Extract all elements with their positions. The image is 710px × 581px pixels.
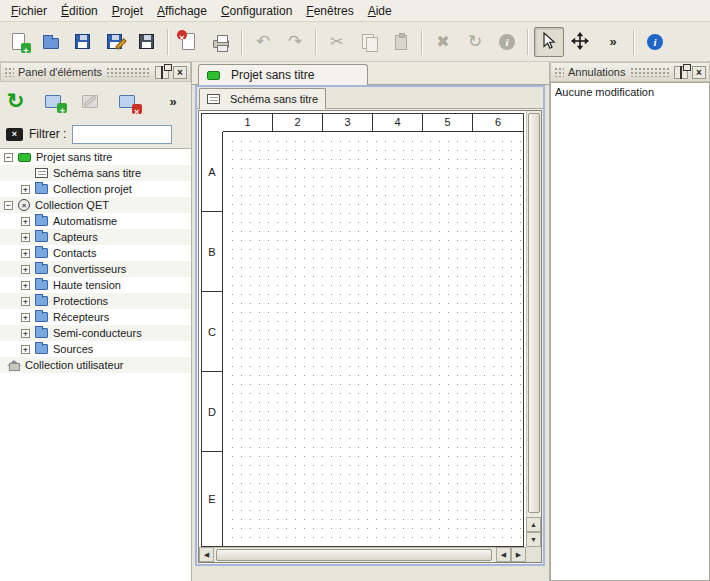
save-all-button[interactable] — [132, 27, 162, 57]
rotate-button[interactable]: ↻ — [460, 27, 490, 57]
expand-toggle-icon[interactable]: + — [21, 217, 30, 226]
tree-item-label: Collection QET — [35, 199, 109, 211]
schema-icon — [35, 168, 48, 178]
tree-item-collection-qet[interactable]: − × Collection QET — [0, 197, 191, 213]
menu-aide[interactable]: Aide — [361, 1, 399, 21]
toolbar-overflow-button[interactable]: » — [598, 27, 628, 57]
tree-item-label: Automatisme — [53, 215, 117, 227]
tree-item-capteurs[interactable]: + Capteurs — [0, 229, 191, 245]
float-panel-button[interactable] — [674, 66, 688, 79]
edit-element-button[interactable] — [77, 86, 105, 116]
undo-history-list[interactable]: Aucune modification — [550, 82, 710, 581]
project-tab[interactable]: Projet sans titre — [198, 64, 368, 85]
schema-icon — [207, 94, 220, 104]
tree-item-project[interactable]: − Projet sans titre — [0, 149, 191, 165]
move-arrows-icon — [571, 32, 591, 52]
tree-item-collection-projet[interactable]: + Collection projet — [0, 181, 191, 197]
horizontal-scrollbar[interactable]: ◀ ◀ ▶ — [199, 547, 526, 562]
expand-toggle-icon[interactable]: + — [21, 297, 30, 306]
vertical-scrollbar[interactable]: ▲ ▼ — [526, 111, 541, 547]
vertical-scrollbar-thumb[interactable] — [528, 113, 540, 513]
expand-toggle-icon[interactable]: + — [21, 185, 30, 194]
menu-fenetres[interactable]: Fenêtres — [299, 1, 360, 21]
tree-item-label: Schéma sans titre — [53, 167, 141, 179]
project-subwindow: Schéma sans titre 1 2 3 4 5 6 — [195, 85, 545, 566]
scrollbar-corner — [526, 547, 541, 562]
menu-projet[interactable]: Projet — [105, 1, 150, 21]
tree-item-contacts[interactable]: + Contacts — [0, 245, 191, 261]
copy-button[interactable] — [354, 27, 384, 57]
new-element-button[interactable] — [41, 86, 69, 116]
tree-item-recepteurs[interactable]: + Récepteurs — [0, 309, 191, 325]
menu-configuration[interactable]: Configuration — [214, 1, 299, 21]
tree-item-automatisme[interactable]: + Automatisme — [0, 213, 191, 229]
horizontal-scrollbar-thumb[interactable] — [216, 549, 492, 561]
expand-toggle-icon[interactable]: + — [21, 313, 30, 322]
diagram-viewport[interactable]: 1 2 3 4 5 6 A B C D E — [199, 111, 526, 547]
dock-grip — [106, 67, 151, 77]
open-project-button[interactable] — [36, 27, 66, 57]
delete-element-button[interactable] — [114, 86, 142, 116]
tree-item-schema[interactable]: Schéma sans titre — [0, 165, 191, 181]
redo-button[interactable]: ↷ — [280, 27, 310, 57]
paste-button[interactable] — [386, 27, 416, 57]
scroll-down-button[interactable]: ▼ — [526, 532, 541, 547]
elements-panel-title: Panel d'éléments — [18, 66, 102, 78]
filter-input[interactable] — [72, 125, 172, 144]
tree-item-protections[interactable]: + Protections — [0, 293, 191, 309]
save-all-icon — [137, 32, 157, 52]
save-as-button[interactable] — [100, 27, 130, 57]
undo-button[interactable]: ↶ — [248, 27, 278, 57]
expand-toggle-icon[interactable]: + — [21, 265, 30, 274]
scroll-right-button[interactable]: ▶ — [511, 547, 526, 562]
toolbar-separator — [633, 29, 635, 55]
tree-item-sources[interactable]: + Sources — [0, 341, 191, 357]
menu-fichier[interactable]: Fichier — [4, 1, 54, 21]
tree-item-convertisseurs[interactable]: + Convertisseurs — [0, 261, 191, 277]
tree-item-semi-conducteurs[interactable]: + Semi-conducteurs — [0, 325, 191, 341]
expand-toggle-icon[interactable]: + — [21, 249, 30, 258]
tree-item-label: Protections — [53, 295, 108, 307]
element-info-button[interactable]: i — [492, 27, 522, 57]
elements-panel-titlebar[interactable]: Panel d'éléments × — [0, 62, 191, 82]
schema-tab[interactable]: Schéma sans titre — [199, 88, 326, 109]
menu-affichage[interactable]: Affichage — [150, 1, 214, 21]
float-panel-button[interactable] — [155, 66, 169, 79]
cut-button[interactable]: ✂ — [322, 27, 352, 57]
scroll-left-button[interactable]: ◀ — [199, 547, 214, 562]
home-icon — [7, 360, 20, 371]
close-panel-button[interactable]: × — [692, 66, 706, 79]
printer-icon — [211, 32, 231, 52]
tree-item-collection-utilisateur[interactable]: Collection utilisateur — [0, 357, 191, 373]
selection-mode-button[interactable] — [534, 27, 564, 57]
chevron-right-icon: » — [609, 34, 616, 49]
pan-mode-button[interactable] — [566, 27, 596, 57]
panel-overflow-button[interactable]: » — [159, 86, 187, 116]
tree-item-haute-tension[interactable]: + Haute tension — [0, 277, 191, 293]
row-label: E — [202, 452, 222, 546]
reload-collections-button[interactable]: ↻ — [4, 86, 32, 116]
expand-toggle-icon[interactable]: + — [21, 233, 30, 242]
expand-toggle-icon[interactable]: + — [21, 329, 30, 338]
cursor-arrow-icon — [539, 32, 559, 52]
about-button[interactable]: i — [640, 27, 670, 57]
new-document-button[interactable] — [4, 27, 34, 57]
clear-filter-icon[interactable]: × — [6, 128, 23, 141]
scroll-left-button-2[interactable]: ◀ — [496, 547, 511, 562]
collapse-toggle-icon[interactable]: − — [4, 153, 13, 162]
elements-panel-toolbar: ↻ » — [0, 82, 191, 120]
print-button[interactable] — [206, 27, 236, 57]
collapse-toggle-icon[interactable]: − — [4, 201, 13, 210]
undo-dock-titlebar[interactable]: Annulations × — [550, 62, 710, 82]
scroll-up-button[interactable]: ▲ — [526, 517, 541, 532]
schema-grid-canvas[interactable] — [224, 133, 523, 546]
filter-row: × Filtrer : — [0, 120, 191, 148]
close-panel-button[interactable]: × — [173, 66, 187, 79]
expand-toggle-icon[interactable]: + — [21, 345, 30, 354]
delete-button[interactable]: ✖ — [428, 27, 458, 57]
save-button[interactable] — [68, 27, 98, 57]
row-ruler: A B C D E — [202, 132, 223, 546]
close-file-button[interactable] — [174, 27, 204, 57]
expand-toggle-icon[interactable]: + — [21, 281, 30, 290]
menu-edition[interactable]: Édition — [54, 1, 105, 21]
